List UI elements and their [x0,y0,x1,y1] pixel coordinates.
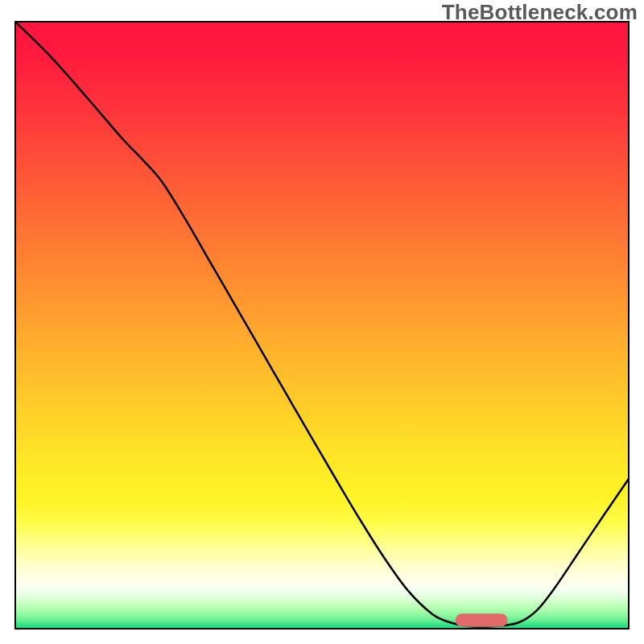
bottleneck-chart [0,0,644,644]
watermark-text: TheBottleneck.com [442,0,638,25]
gradient-background [15,22,629,629]
optimal-marker [456,613,508,627]
chart-container: { "watermark": "TheBottleneck.com", "cha… [0,0,644,644]
